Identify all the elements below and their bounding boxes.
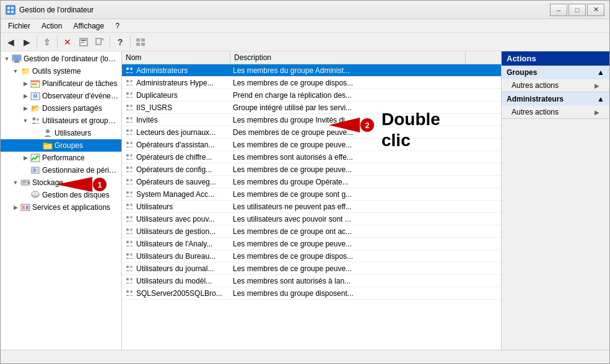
- action-autres-actions-2[interactable]: Autres actions ▶: [502, 106, 609, 118]
- tree-observateur-label: Observateur d'événeme...: [42, 92, 119, 100]
- action-groupes-header[interactable]: Groupes ▲: [502, 66, 609, 79]
- performance-icon: [30, 153, 40, 163]
- svg-point-71: [130, 228, 133, 231]
- svg-point-66: [126, 204, 129, 206]
- toolbar-export[interactable]: [92, 35, 107, 50]
- toolbar-back[interactable]: ◀: [3, 35, 18, 50]
- table-row[interactable]: Utilisateurs du journal...Les membres de…: [122, 262, 501, 275]
- svg-rect-0: [7, 7, 10, 9]
- expand-users[interactable]: ▼: [20, 116, 30, 126]
- group-row-icon: [124, 103, 134, 113]
- tree-root[interactable]: ▼ Gestion de l'ordinateur (local): [1, 53, 121, 65]
- group-desc-cell: Les membres de ce groupe sont g...: [233, 190, 352, 199]
- expand-services[interactable]: ▶: [11, 202, 20, 212]
- table-row[interactable]: Utilisateurs avec pouv...Les utilisateur…: [122, 213, 501, 225]
- tree-utilisateurs[interactable]: Utilisateurs: [1, 127, 121, 139]
- group-row-icon: [124, 152, 134, 162]
- table-row[interactable]: Opérateurs de sauveg...Les membres du gr…: [122, 176, 501, 188]
- header-nom[interactable]: Nom: [122, 51, 230, 64]
- svg-marker-8: [101, 38, 103, 41]
- table-row[interactable]: Administrateurs Hype...Les membres de ce…: [122, 77, 501, 89]
- svg-rect-14: [14, 56, 20, 60]
- table-row[interactable]: Utilisateurs du modèl...Les membres sont…: [122, 275, 501, 287]
- menu-fichier[interactable]: Fichier: [3, 20, 35, 32]
- no-expand-utilisateurs: [33, 128, 43, 138]
- tree-dossiers[interactable]: ▶ 📂 Dossiers partagés: [1, 102, 121, 115]
- tree-disques[interactable]: Gestion des disques: [1, 189, 121, 201]
- svg-point-78: [126, 278, 129, 280]
- expand-planificateur[interactable]: ▶: [20, 79, 30, 89]
- toolbar-help[interactable]: ?: [113, 35, 128, 50]
- table-row[interactable]: Opérateurs de config...Les membres de ce…: [122, 163, 501, 176]
- svg-point-72: [126, 241, 129, 243]
- group-row-icon: [124, 276, 134, 286]
- minimize-button[interactable]: –: [550, 4, 567, 16]
- svg-point-44: [126, 67, 129, 70]
- chevron-up-icon: ▲: [597, 68, 604, 77]
- action-admin-header[interactable]: Administrateurs ▲: [502, 92, 609, 106]
- tree-services-label: Services et applications: [32, 203, 110, 212]
- tree-services[interactable]: ▶ Services et applications: [1, 201, 121, 214]
- table-row[interactable]: AdministrateursLes membres du groupe Adm…: [122, 64, 501, 77]
- table-row[interactable]: Utilisateurs de gestion...Les membres de…: [122, 225, 501, 238]
- toolbar-view[interactable]: [133, 35, 148, 50]
- tree-observateur[interactable]: ▶ Observateur d'événeme...: [1, 90, 121, 102]
- svg-point-27: [46, 129, 50, 133]
- table-row[interactable]: Utilisateurs de l'Analy...Les membres de…: [122, 238, 501, 250]
- maximize-button[interactable]: □: [569, 4, 586, 16]
- svg-point-45: [130, 67, 133, 70]
- table-row[interactable]: DuplicateursPrend en charge la réplicati…: [122, 89, 501, 102]
- menu-action[interactable]: Action: [37, 20, 67, 32]
- menu-help[interactable]: ?: [110, 20, 124, 32]
- table-row[interactable]: Utilisateurs du Bureau...Les membres de …: [122, 250, 501, 262]
- svg-point-25: [33, 118, 36, 121]
- tree-performance[interactable]: ▶ Performance: [1, 152, 121, 164]
- no-expand-gestionnaire: [20, 165, 30, 175]
- action-autres-actions-1[interactable]: Autres actions ▶: [502, 79, 609, 92]
- svg-point-54: [126, 129, 129, 132]
- toolbar-forward[interactable]: ▶: [19, 35, 34, 50]
- table-row[interactable]: IIS_IUSRSGroupe intégré utilisé par les …: [122, 102, 501, 114]
- menu-bar: Fichier Action Affichage ?: [1, 19, 609, 33]
- table-row[interactable]: SQLServer2005SQLBro...Les membres du gro…: [122, 287, 501, 300]
- window-title: Gestion de l'ordinateur: [19, 6, 550, 14]
- tree-gestionnaire[interactable]: Gestionnaire de périphé...: [1, 164, 121, 176]
- svg-point-77: [130, 266, 133, 268]
- menu-affichage[interactable]: Affichage: [68, 20, 109, 32]
- tree-outils[interactable]: ▼ 📁 Outils système: [1, 65, 121, 77]
- table-row[interactable]: Lecteurs des journaux...Des membres de c…: [122, 126, 501, 139]
- toolbar-up[interactable]: ⇧: [40, 35, 54, 50]
- tree-stockage[interactable]: ▼ Stockage: [1, 176, 121, 189]
- expand-root[interactable]: ▼: [2, 54, 12, 64]
- table-row[interactable]: InvitésLes membres du groupe Invités di.…: [122, 114, 501, 126]
- group-folder-icon: [43, 141, 53, 150]
- disk-icon: [30, 190, 40, 200]
- expand-outils[interactable]: ▼: [11, 66, 20, 76]
- table-row[interactable]: Opérateurs de chiffre...Les membres sont…: [122, 151, 501, 163]
- expand-observateur[interactable]: ▶: [20, 91, 30, 101]
- svg-point-51: [130, 105, 133, 107]
- table-row[interactable]: UtilisateursLes utilisateurs ne peuvent …: [122, 201, 501, 213]
- right-panel: Nom Description AdministrateursLes membr…: [122, 51, 609, 350]
- table-row[interactable]: Opérateurs d'assistan...Les membres de c…: [122, 139, 501, 151]
- group-row-icon: [124, 66, 134, 76]
- group-row-icon: [124, 202, 134, 212]
- header-description[interactable]: Description: [230, 51, 466, 64]
- expand-stockage[interactable]: ▼: [11, 178, 20, 188]
- close-button[interactable]: ✕: [587, 4, 604, 16]
- toolbar-properties[interactable]: [76, 35, 91, 50]
- title-bar: Gestion de l'ordinateur – □ ✕: [1, 1, 609, 19]
- table-header: Nom Description: [122, 51, 501, 64]
- expand-dossiers[interactable]: ▶: [20, 103, 30, 113]
- toolbar-delete[interactable]: ✕: [60, 35, 75, 50]
- tree-users-groups[interactable]: ▼ Utilisateurs et groupes l...: [1, 115, 121, 127]
- svg-point-76: [126, 266, 129, 268]
- expand-performance[interactable]: ▶: [20, 153, 30, 163]
- tree-groupes[interactable]: Groupes: [1, 139, 121, 152]
- svg-rect-23: [35, 95, 36, 96]
- tree-planificateur[interactable]: ▶ Planificateur de tâches: [1, 77, 121, 90]
- no-expand-groupes: [33, 141, 43, 150]
- table-row[interactable]: System Managed Acc...Les membres de ce g…: [122, 188, 501, 201]
- action-arrow-icon-2: ▶: [595, 109, 599, 116]
- svg-point-55: [130, 129, 133, 132]
